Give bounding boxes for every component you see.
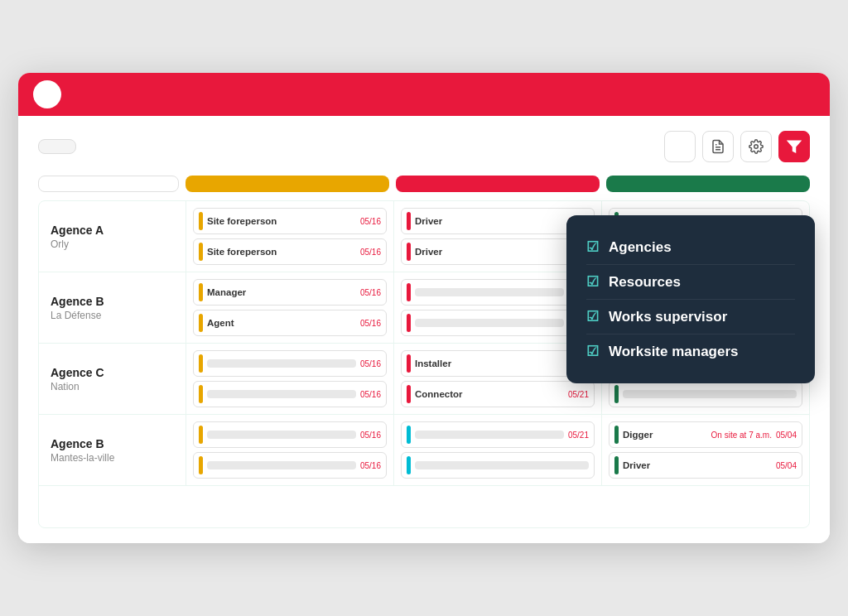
daily-schedule-button[interactable] [38, 139, 76, 154]
agency-name: Agence A [51, 224, 174, 237]
data-cell-internal-staff: 05/1605/16 [186, 344, 394, 414]
task-dot [407, 426, 411, 444]
task-date: 05/16 [360, 248, 381, 257]
data-cell-internal-c: DiggerOn site at 7 a.m.05/04Driver05/04 [602, 415, 809, 485]
task-dot [199, 385, 203, 403]
task-dot [407, 314, 411, 332]
task-label: Connector [415, 389, 564, 399]
task-placeholder [415, 461, 589, 469]
dropdown-item[interactable]: ☑ Agencies [586, 230, 795, 265]
task-date: 05/16 [360, 390, 381, 399]
task-label: Digger [623, 430, 707, 440]
task-item[interactable]: DiggerOn site at 7 a.m.05/04 [609, 421, 802, 448]
task-dot [614, 385, 619, 403]
task-item[interactable]: 05/21 [401, 421, 595, 448]
dropdown-item-label: Agencies [609, 239, 672, 256]
task-date: 05/21 [568, 390, 589, 399]
task-date: 05/16 [360, 461, 381, 470]
task-dot [407, 283, 411, 301]
data-cell-internal-staff: Site foreperson05/16Site foreperson05/16 [186, 201, 394, 272]
svg-marker-3 [788, 141, 801, 152]
filter-icon [787, 139, 802, 154]
task-label: Driver [415, 247, 564, 257]
filter-button[interactable] [778, 131, 810, 162]
task-item[interactable]: Driver05/21 [401, 208, 595, 234]
task-sublabel: On site at 7 a.m. [711, 431, 772, 440]
agency-location: Orly [51, 238, 174, 250]
task-label: Agent [207, 318, 356, 328]
data-cell-internal-staff: Manager05/16Agent05/16 [186, 272, 394, 343]
task-item[interactable]: Driver05/21 [401, 238, 595, 265]
task-item[interactable] [401, 452, 595, 479]
toolbar-icons [664, 131, 810, 162]
filter-dropdown: ☑ Agencies ☑ Resources ☑ Works superviso… [566, 215, 815, 383]
task-placeholder [207, 359, 356, 368]
task-dot [199, 243, 203, 261]
agency-name: Agence B [51, 437, 174, 450]
task-dot [199, 212, 203, 230]
gear-button[interactable] [740, 131, 772, 162]
task-dot [199, 283, 203, 301]
data-cell-internal-staff: 05/1605/16 [186, 415, 394, 485]
doc-icon [711, 139, 725, 154]
agency-location: La Défense [51, 310, 174, 321]
task-date: 05/16 [360, 288, 381, 297]
task-placeholder [207, 390, 356, 398]
task-label: Site foreperson [207, 247, 356, 257]
main-content: Agence A Orly Site foreperson05/16Site f… [18, 116, 830, 543]
doc-button[interactable] [702, 131, 734, 162]
task-placeholder [415, 288, 564, 296]
svg-point-2 [754, 145, 759, 149]
table-row: Agence B Mantes-la-ville 05/1605/1605/21… [39, 415, 809, 486]
col-header-internal-staff [186, 176, 389, 192]
task-item[interactable]: 05/16 [193, 350, 387, 377]
titlebar [18, 73, 830, 116]
task-item[interactable]: Connector05/21 [401, 381, 595, 407]
task-dot [407, 456, 411, 474]
col-header-external-staff [396, 176, 600, 192]
task-date: 05/16 [360, 217, 381, 226]
tv-button[interactable] [664, 131, 696, 162]
task-date: 05/04 [776, 461, 797, 470]
task-date: 05/21 [568, 431, 589, 440]
agency-cell: Agence B La Défense [39, 272, 186, 343]
schedule-header [38, 176, 810, 192]
app-window: Agence A Orly Site foreperson05/16Site f… [18, 73, 830, 543]
top-bar [38, 131, 810, 162]
check-icon: ☑ [586, 238, 599, 256]
task-item[interactable]: Agent05/16 [193, 310, 387, 336]
check-icon: ☑ [586, 273, 599, 291]
agency-cell: Agence B Mantes-la-ville [39, 415, 186, 485]
check-icon: ☑ [586, 308, 599, 325]
dropdown-item[interactable]: ☑ Resources [586, 265, 795, 300]
task-dot [199, 354, 203, 373]
task-placeholder [623, 390, 797, 398]
task-dot [199, 314, 203, 332]
task-item[interactable]: Site foreperson05/16 [193, 208, 387, 234]
task-item[interactable]: Site foreperson05/16 [193, 238, 387, 265]
task-item[interactable]: Manager05/16 [193, 279, 387, 306]
col-header-internal-c [606, 176, 810, 192]
task-dot [407, 354, 411, 373]
task-item[interactable]: 05/16 [193, 421, 387, 448]
task-label: Installer [415, 359, 564, 368]
task-placeholder [415, 431, 564, 439]
dropdown-item[interactable]: ☑ Worksite managers [586, 334, 795, 368]
task-date: 05/16 [360, 359, 381, 368]
task-item[interactable]: 05/16 [193, 381, 387, 407]
agency-cell: Agence C Nation [39, 344, 186, 414]
dropdown-item[interactable]: ☑ Works supervisor [586, 300, 795, 334]
task-item[interactable]: Installer05/21 [401, 350, 595, 377]
task-item[interactable] [609, 381, 802, 407]
task-item[interactable]: Driver05/04 [609, 452, 802, 479]
task-item[interactable]: 05/21 [401, 310, 595, 336]
task-dot [614, 456, 619, 474]
gear-icon [749, 139, 764, 154]
data-cell-external-staff: 05/21 [394, 415, 602, 485]
today-nav[interactable] [38, 176, 179, 192]
task-placeholder [207, 461, 356, 469]
dropdown-item-label: Worksite managers [609, 344, 739, 360]
task-item[interactable]: 05/21 [401, 279, 595, 306]
table-row [39, 486, 809, 527]
task-item[interactable]: 05/16 [193, 452, 387, 479]
